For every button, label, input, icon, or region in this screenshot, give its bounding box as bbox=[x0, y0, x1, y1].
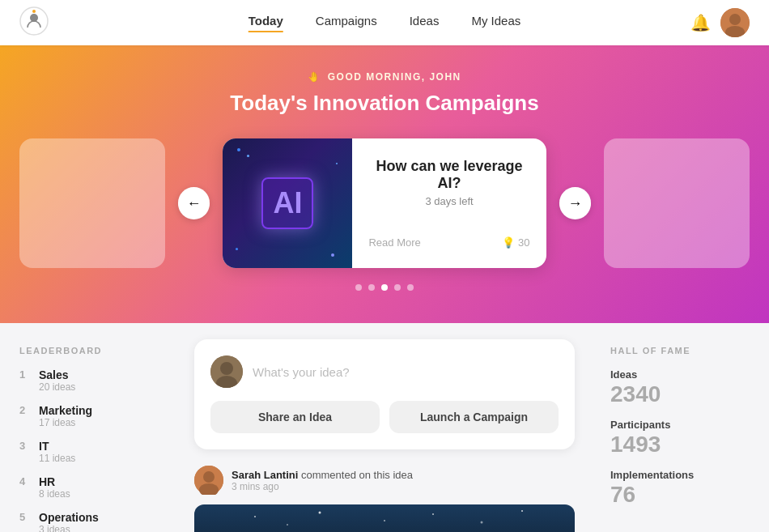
activity-post-image bbox=[194, 504, 575, 532]
svg-point-4 bbox=[729, 14, 741, 25]
hero-section: 🤚 GOOD MORNING, JOHN Today's Innovation … bbox=[0, 45, 769, 323]
hof-title: HALL OF FAME bbox=[610, 346, 750, 355]
hof-value: 1493 bbox=[610, 432, 750, 458]
hof-value: 2340 bbox=[610, 382, 750, 407]
bell-icon[interactable]: 🔔 bbox=[690, 13, 711, 32]
hero-title: Today's Innovation Campaigns bbox=[19, 91, 750, 116]
wave-icon: 🤚 bbox=[308, 71, 321, 83]
hof-list: Ideas 2340 Participants 1493 Implementat… bbox=[610, 368, 750, 507]
hof-item: Participants 1493 bbox=[610, 419, 750, 458]
hof-label: Ideas bbox=[610, 368, 750, 381]
svg-rect-12 bbox=[223, 504, 546, 532]
nav-today[interactable]: Today bbox=[249, 14, 283, 32]
leaderboard-rank: 3 bbox=[19, 440, 29, 452]
activity-item: Sarah Lantini commented on this idea 3 m… bbox=[194, 466, 575, 532]
leaderboard-item: 1 Sales 20 ideas bbox=[19, 368, 159, 393]
carousel-footer: Read More 💡 30 bbox=[368, 236, 529, 249]
svg-point-16 bbox=[384, 520, 385, 521]
hof-value: 76 bbox=[610, 483, 750, 508]
leaderboard-list: 1 Sales 20 ideas 2 Marketing 17 ideas 3 … bbox=[19, 368, 159, 532]
leaderboard-dept: IT 11 ideas bbox=[39, 440, 75, 464]
idea-input-row: What's your idea? bbox=[210, 355, 559, 388]
dept-name: Operations bbox=[39, 511, 99, 524]
carousel: ← AI How can we leverage AI? 3 days left… bbox=[19, 138, 750, 268]
carousel-right-card bbox=[604, 138, 750, 268]
leaderboard-item: 5 Operations 3 ideas bbox=[19, 511, 159, 532]
carousel-dot-3[interactable] bbox=[381, 284, 388, 291]
carousel-card-content: How can we leverage AI? 3 days left Read… bbox=[352, 138, 546, 268]
svg-point-2 bbox=[32, 10, 36, 13]
dept-count: 11 ideas bbox=[39, 453, 75, 464]
leaderboard-rank: 4 bbox=[19, 475, 29, 487]
idea-placeholder[interactable]: What's your idea? bbox=[253, 365, 559, 379]
share-idea-button[interactable]: Share an Idea bbox=[210, 401, 380, 433]
leaderboard-rank: 1 bbox=[19, 368, 29, 381]
carousel-dot-4[interactable] bbox=[394, 284, 401, 291]
carousel-left-card bbox=[19, 138, 165, 268]
carousel-main-card: AI How can we leverage AI? 3 days left R… bbox=[223, 138, 546, 268]
leaderboard-item: 4 HR 8 ideas bbox=[19, 475, 159, 500]
dept-name: IT bbox=[39, 440, 75, 453]
dept-name: Marketing bbox=[39, 404, 92, 417]
carousel-next-button[interactable]: → bbox=[559, 187, 592, 219]
svg-point-7 bbox=[220, 362, 233, 375]
svg-point-10 bbox=[203, 471, 215, 483]
idea-count: 30 bbox=[518, 236, 529, 249]
read-more-link[interactable]: Read More bbox=[368, 236, 420, 249]
nav-ideas[interactable]: Ideas bbox=[410, 14, 440, 32]
carousel-dot-1[interactable] bbox=[355, 284, 362, 291]
carousel-prev-button[interactable]: ← bbox=[178, 187, 210, 219]
sidebar-left: LEADERBOARD 1 Sales 20 ideas 2 Marketing… bbox=[0, 323, 178, 532]
carousel-dot-5[interactable] bbox=[407, 284, 414, 291]
main-content: LEADERBOARD 1 Sales 20 ideas 2 Marketing… bbox=[0, 323, 769, 532]
dept-count: 20 ideas bbox=[39, 381, 75, 393]
svg-point-18 bbox=[481, 521, 483, 524]
activity-header: Sarah Lantini commented on this idea 3 m… bbox=[194, 466, 575, 495]
dept-name: HR bbox=[39, 475, 70, 488]
lightbulb-count: 💡 30 bbox=[502, 236, 529, 249]
activity-user-name: Sarah Lantini bbox=[232, 469, 298, 481]
carousel-dots bbox=[19, 284, 750, 291]
activity-text-block: Sarah Lantini commented on this idea 3 m… bbox=[232, 469, 413, 492]
leaderboard-rank: 2 bbox=[19, 404, 29, 416]
leaderboard-dept: Operations 3 ideas bbox=[39, 511, 99, 532]
navbar-actions: 🔔 bbox=[690, 8, 750, 37]
hof-item: Ideas 2340 bbox=[610, 368, 750, 407]
nav-campaigns[interactable]: Campaigns bbox=[316, 14, 377, 32]
leaderboard-item: 3 IT 11 ideas bbox=[19, 440, 159, 464]
navbar: Today Campaigns Ideas My Ideas 🔔 bbox=[0, 0, 769, 45]
dept-name: Sales bbox=[39, 368, 75, 381]
idea-input-box: What's your idea? Share an Idea Launch a… bbox=[194, 339, 575, 449]
carousel-image: AI bbox=[223, 138, 352, 268]
svg-point-19 bbox=[521, 510, 523, 512]
svg-point-15 bbox=[319, 512, 321, 514]
navbar-links: Today Campaigns Ideas My Ideas bbox=[249, 14, 521, 32]
sidebar-right: HALL OF FAME Ideas 2340 Participants 149… bbox=[591, 323, 769, 532]
hof-item: Implementations 76 bbox=[610, 469, 750, 508]
svg-point-17 bbox=[432, 513, 434, 515]
nav-my-ideas[interactable]: My Ideas bbox=[471, 14, 520, 32]
idea-actions: Share an Idea Launch a Campaign bbox=[210, 401, 559, 433]
activity-user-avatar bbox=[194, 466, 223, 495]
input-user-avatar bbox=[210, 355, 243, 388]
hof-label: Participants bbox=[610, 419, 750, 431]
dept-count: 3 ideas bbox=[39, 524, 99, 532]
center-feed: What's your idea? Share an Idea Launch a… bbox=[178, 323, 591, 532]
logo[interactable] bbox=[19, 6, 49, 39]
launch-campaign-button[interactable]: Launch a Campaign bbox=[389, 401, 559, 433]
dept-count: 17 ideas bbox=[39, 417, 92, 428]
leaderboard-dept: Sales 20 ideas bbox=[39, 368, 75, 393]
leaderboard-item: 2 Marketing 17 ideas bbox=[19, 404, 159, 428]
user-avatar[interactable] bbox=[720, 8, 750, 37]
carousel-card-subtitle: 3 days left bbox=[368, 195, 529, 207]
carousel-dot-2[interactable] bbox=[368, 284, 375, 291]
greeting-text: GOOD MORNING, JOHN bbox=[328, 71, 461, 83]
svg-point-13 bbox=[254, 516, 256, 517]
dept-count: 8 ideas bbox=[39, 488, 70, 500]
ai-chip-label: AI bbox=[261, 177, 313, 229]
activity-time: 3 mins ago bbox=[232, 481, 413, 492]
leaderboard-rank: 5 bbox=[19, 511, 29, 523]
carousel-card-title: How can we leverage AI? bbox=[368, 158, 529, 192]
hero-greeting: 🤚 GOOD MORNING, JOHN bbox=[19, 71, 750, 83]
lightbulb-icon: 💡 bbox=[502, 236, 515, 249]
